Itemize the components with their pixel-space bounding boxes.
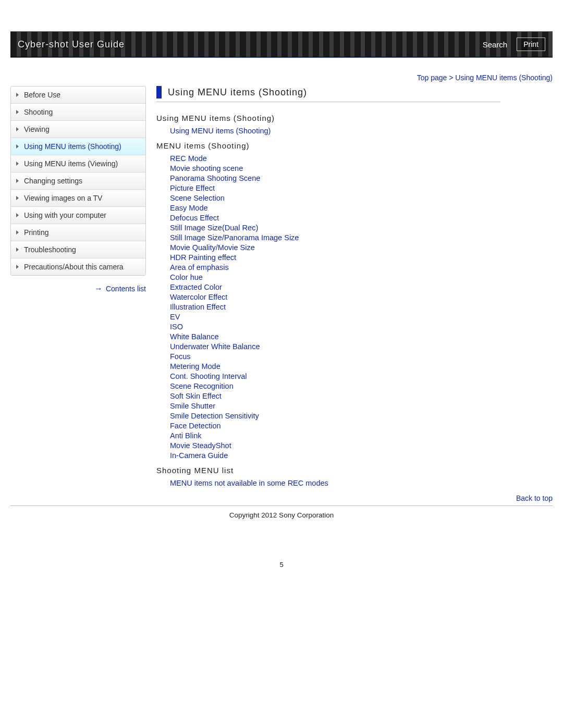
contents-list-label: Contents list — [106, 285, 146, 293]
list-item: Face Detection — [170, 422, 500, 430]
chevron-right-icon — [16, 248, 19, 252]
content-link[interactable]: Picture Effect — [170, 184, 215, 192]
content-link[interactable]: Extracted Color — [170, 283, 222, 291]
content-link[interactable]: Movie shooting scene — [170, 164, 243, 172]
content-link[interactable]: Watercolor Effect — [170, 293, 227, 301]
chevron-right-icon — [16, 213, 19, 217]
sidebar-item-label: Using with your computer — [24, 211, 106, 219]
list-item: Watercolor Effect — [170, 293, 500, 301]
list-item: Smile Detection Sensitivity — [170, 412, 500, 420]
chevron-right-icon — [16, 162, 19, 166]
sidebar-item-7[interactable]: Using with your computer — [11, 207, 145, 224]
list-item: Illustration Effect — [170, 303, 500, 311]
content-link[interactable]: Using MENU items (Shooting) — [170, 127, 271, 135]
list-item: Soft Skin Effect — [170, 392, 500, 400]
sidebar-item-10[interactable]: Precautions/About this camera — [11, 258, 145, 275]
list-item: MENU items not available in some REC mod… — [170, 479, 500, 487]
content-link[interactable]: Smile Detection Sensitivity — [170, 412, 259, 420]
sidebar-item-label: Printing — [24, 228, 48, 237]
breadcrumb: Top page > Using MENU items (Shooting) — [0, 59, 563, 86]
main-title-underline — [156, 102, 500, 102]
sidebar-item-label: Using MENU items (Viewing) — [24, 159, 118, 168]
list-item: Scene Recognition — [170, 382, 500, 390]
content-link[interactable]: Panorama Shooting Scene — [170, 174, 260, 182]
search-link[interactable]: Search — [483, 40, 508, 49]
content-link[interactable]: Area of emphasis — [170, 263, 229, 272]
section-3-links: MENU items not available in some REC mod… — [156, 479, 500, 487]
content-link[interactable]: ISO — [170, 323, 183, 331]
content-link[interactable]: Still Image Size(Dual Rec) — [170, 224, 258, 232]
section-heading-1: Using MENU items (Shooting) — [156, 114, 500, 122]
content-link[interactable]: Smile Shutter — [170, 402, 215, 410]
copyright: Copyright 2012 Sony Corporation — [0, 506, 563, 540]
list-item: Still Image Size/Panorama Image Size — [170, 233, 500, 242]
list-item: Using MENU items (Shooting) — [170, 127, 500, 135]
contents-list-link[interactable]: → Contents list — [10, 284, 146, 293]
list-item: Cont. Shooting Interval — [170, 372, 500, 380]
content-link[interactable]: Anti Blink — [170, 431, 201, 440]
breadcrumb-current[interactable]: Using MENU items (Shooting) — [455, 73, 553, 82]
sidebar-item-8[interactable]: Printing — [11, 224, 145, 241]
content-link[interactable]: Still Image Size/Panorama Image Size — [170, 233, 299, 242]
list-item: Movie shooting scene — [170, 164, 500, 172]
content-link[interactable]: In-Camera Guide — [170, 451, 228, 460]
content-link[interactable]: White Balance — [170, 332, 219, 341]
chevron-right-icon — [16, 93, 19, 97]
content-link[interactable]: Soft Skin Effect — [170, 392, 222, 400]
sidebar-item-label: Shooting — [24, 108, 53, 116]
list-item: Extracted Color — [170, 283, 500, 291]
content-link[interactable]: Color hue — [170, 273, 203, 281]
list-item: Still Image Size(Dual Rec) — [170, 224, 500, 232]
list-item: Area of emphasis — [170, 263, 500, 272]
chevron-right-icon — [16, 196, 19, 200]
content-link[interactable]: MENU items not available in some REC mod… — [170, 479, 328, 487]
chevron-right-icon — [16, 127, 19, 131]
content-link[interactable]: Scene Selection — [170, 194, 225, 202]
list-item: Movie SteadyShot — [170, 441, 500, 450]
chevron-right-icon — [16, 265, 19, 269]
content-link[interactable]: Metering Mode — [170, 362, 221, 371]
breadcrumb-top[interactable]: Top page — [417, 73, 447, 82]
content-link[interactable]: EV — [170, 313, 180, 321]
content-link[interactable]: Movie SteadyShot — [170, 441, 231, 450]
content-link[interactable]: HDR Painting effect — [170, 253, 236, 262]
sidebar-item-0[interactable]: Before Use — [11, 87, 145, 104]
content-link[interactable]: Focus — [170, 352, 191, 361]
content-link[interactable]: Movie Quality/Movie Size — [170, 243, 255, 252]
content-link[interactable]: Face Detection — [170, 422, 221, 430]
list-item: REC Mode — [170, 154, 500, 163]
sidebar-item-label: Viewing — [24, 125, 50, 133]
arrow-right-icon: → — [94, 284, 103, 293]
list-item: EV — [170, 313, 500, 321]
sidebar-item-9[interactable]: Troubleshooting — [11, 241, 145, 258]
header-underline — [10, 57, 553, 58]
list-item: Underwater White Balance — [170, 342, 500, 351]
content-link[interactable]: Illustration Effect — [170, 303, 226, 311]
content-link[interactable]: Defocus Effect — [170, 214, 219, 222]
content-link[interactable]: Cont. Shooting Interval — [170, 372, 247, 380]
content-link[interactable]: Underwater White Balance — [170, 342, 260, 351]
back-to-top-link[interactable]: Back to top — [0, 494, 563, 502]
section-heading-2: MENU items (Shooting) — [156, 141, 500, 150]
sidebar-item-6[interactable]: Viewing images on a TV — [11, 190, 145, 207]
main-title: Using MENU items (Shooting) — [168, 87, 307, 98]
list-item: Defocus Effect — [170, 214, 500, 222]
content-link[interactable]: Easy Mode — [170, 204, 208, 212]
sidebar-item-4[interactable]: Using MENU items (Viewing) — [11, 155, 145, 172]
content-link[interactable]: Scene Recognition — [170, 382, 234, 390]
content-link[interactable]: REC Mode — [170, 154, 207, 163]
chevron-right-icon — [16, 144, 19, 149]
sidebar-item-5[interactable]: Changing settings — [11, 172, 145, 190]
sidebar-item-label: Viewing images on a TV — [24, 194, 102, 202]
list-item: Scene Selection — [170, 194, 500, 202]
sidebar-item-2[interactable]: Viewing — [11, 121, 145, 138]
list-item: Focus — [170, 352, 500, 361]
header-right: Search Print — [483, 38, 545, 51]
sidebar-item-label: Precautions/About this camera — [24, 263, 124, 271]
print-button[interactable]: Print — [517, 38, 545, 51]
list-item: Anti Blink — [170, 431, 500, 440]
sidebar-item-label: Changing settings — [24, 177, 82, 185]
main-content: Using MENU items (Shooting) Using MENU i… — [156, 86, 553, 489]
sidebar-item-1[interactable]: Shooting — [11, 104, 145, 121]
sidebar-item-3[interactable]: Using MENU items (Shooting) — [11, 138, 145, 155]
